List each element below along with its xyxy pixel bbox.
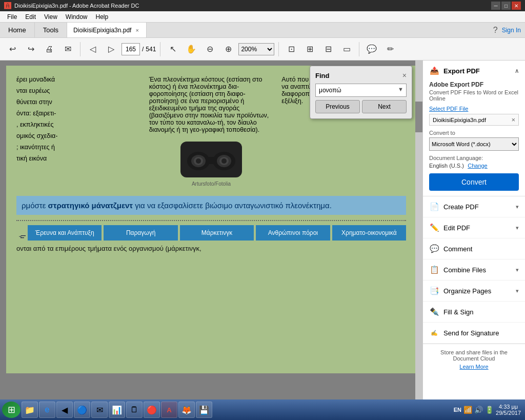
menu-edit[interactable]: Edit [21,12,40,22]
pdf-col-1: έρει μοναδικά νται ευρέως θύνεται στην ό… [16,76,141,191]
taskbar-app-firefox[interactable]: 🦊 [178,402,195,418]
title-bar-controls[interactable]: ─ □ ✕ [491,2,521,10]
prev-page-button[interactable]: ◁ [85,41,101,57]
draw-button[interactable]: ✏ [382,41,398,57]
right-panel: 📤 Export PDF ∧ Adobe Export PDF Convert … [422,61,525,399]
presentation-button[interactable]: ▭ [338,41,355,57]
panel-item-create-pdf[interactable]: 📄 Create PDF ▾ [423,196,525,217]
export-pdf-chevron: ∧ [515,68,519,74]
scroll-thumb[interactable] [415,102,422,132]
taskbar-app-ie[interactable]: e [39,402,55,418]
hand-tool-button[interactable]: ✋ [183,41,199,57]
sign-in-button[interactable]: Sign In [502,27,521,34]
email-button[interactable]: ✉ [59,41,76,57]
bottom-text: ονται από τα επιμέρους τμήματα ενός οργα… [16,245,406,252]
panel-item-send-sig[interactable]: ✍ Send for Signature [423,323,525,344]
comment-button[interactable]: 💬 [364,41,380,57]
menu-help[interactable]: Help [92,12,113,22]
binoculars-image [180,142,242,177]
page-nav: / 541 [122,43,156,55]
scroll-track[interactable] [415,61,422,399]
combine-chevron: ▾ [516,267,519,273]
start-button[interactable]: ⊞ [2,402,21,418]
taskbar-app-email[interactable]: ✉ [91,402,108,418]
taskbar-sound-icon: 🔊 [474,406,483,414]
menu-view[interactable]: View [40,12,62,22]
taskbar-app-save[interactable]: 💾 [196,402,212,418]
menu-bar: File Edit View Window Help [0,11,525,23]
highlight-text1: ρμόστε [22,201,48,210]
zoom-out-button[interactable]: ⊖ [201,41,218,57]
panel-item-organize-left: 📑 Organize Pages [429,286,491,296]
separator-3 [278,42,279,56]
menu-file[interactable]: File [3,12,21,22]
panel-item-combine[interactable]: 📋 Combine Files ▾ [423,259,525,281]
taskbar-app-folder[interactable]: 📁 [22,402,38,418]
forward-button[interactable]: ↪ [23,41,39,57]
organize-label: Organize Pages [443,287,491,295]
taskbar-app-ppt[interactable]: 📊 [109,402,125,418]
taskbar-network-icon: 📶 [463,406,472,414]
dotted-divider [16,220,406,221]
panel-item-comment[interactable]: 💬 Comment [423,238,525,259]
find-input[interactable] [315,84,407,97]
tab-bar-right: ? Sign In [493,26,521,35]
fit-page-button[interactable]: ⊡ [283,41,299,57]
fit-width-button[interactable]: ⊞ [301,41,318,57]
pdf-viewer[interactable]: Find × ▼ Previous Next έρει μοναδικά ντα… [0,61,422,399]
find-dropdown-arrow[interactable]: ▼ [398,86,403,92]
title-bar-left: 🅰 DioikisiEpixigia3n.pdf - Adobe Acrobat… [4,2,139,10]
select-pdf-label[interactable]: Select PDF File [429,106,519,112]
menu-window[interactable]: Window [62,12,92,22]
export-pdf-header[interactable]: 📤 Export PDF ∧ [423,61,525,81]
dept-table: Έρευνα και Ανάπτυξη Παραγωγή Μάρκετινγκ … [28,225,406,241]
panel-item-create-pdf-left: 📄 Create PDF [429,202,479,212]
convert-to-label: Convert to [429,130,519,136]
close-button[interactable]: ✕ [512,2,521,10]
taskbar-app-acrobat[interactable]: A [161,402,177,418]
zoom-in-button[interactable]: ⊕ [220,41,236,57]
minimize-button[interactable]: ─ [491,2,500,10]
tab-tools[interactable]: Tools [35,23,67,37]
taskbar-app-chrome[interactable]: 🔵 [74,402,90,418]
page-separator: / [142,46,144,53]
doc-lang-change-link[interactable]: Change [468,163,488,169]
pdf-col-2: Ένα πλεονέκτημα κόστους (εστίαση στο κόσ… [149,76,274,191]
panel-item-send-sig-left: ✍ Send for Signature [429,328,499,338]
tab-document[interactable]: DioikisiEpixigia3n.pdf × [67,23,147,37]
fit-height-button[interactable]: ⊟ [320,41,336,57]
panel-item-edit-pdf[interactable]: ✏️ Edit PDF ▾ [423,217,525,238]
combine-icon: 📋 [429,265,439,275]
select-tool-button[interactable]: ↖ [165,41,181,57]
col1-text1: έρει μοναδικά [16,76,141,83]
zoom-select[interactable]: 200% 150% 100% 75% [238,43,274,55]
find-next-button[interactable]: Next [362,100,407,113]
find-previous-button[interactable]: Previous [315,100,360,113]
maximize-button[interactable]: □ [501,2,511,10]
pdf-file-remove-icon[interactable]: × [511,116,515,124]
create-pdf-icon: 📄 [429,202,439,212]
back-button[interactable]: ↩ [4,41,21,57]
print-button[interactable]: 🖨 [41,41,57,57]
tab-close-icon[interactable]: × [134,27,139,33]
find-dialog: Find × ▼ Previous Next [310,66,412,119]
title-bar: 🅰 DioikisiEpixigia3n.pdf - Adobe Acrobat… [0,0,525,11]
help-icon[interactable]: ? [493,26,498,35]
panel-item-fill-sign[interactable]: ✒️ Fill & Sign [423,302,525,323]
taskbar-app-media[interactable]: ◀ [56,402,73,418]
next-page-button[interactable]: ▷ [103,41,119,57]
find-close-button[interactable]: × [402,71,407,79]
panel-item-organize[interactable]: 📑 Organize Pages ▾ [423,281,525,302]
tab-home[interactable]: Home [0,23,35,37]
svg-point-8 [221,158,227,164]
highlight-bold: στρατηγικό μάνατζμεντ [48,201,133,210]
taskbar-app-red[interactable]: 🔴 [144,402,160,418]
learn-more-link[interactable]: Learn More [429,364,519,370]
col1-text5: , εκπληκτικές [16,121,141,128]
organize-chevron: ▾ [516,288,519,294]
page-number-input[interactable] [122,43,140,55]
col1-text4: όντα: εξαιρετι- [16,110,141,117]
convert-button[interactable]: Convert [429,173,519,191]
taskbar-app-notepad[interactable]: 🗒 [126,402,143,418]
convert-to-select[interactable]: Microsoft Word (*.docx) [429,137,519,151]
